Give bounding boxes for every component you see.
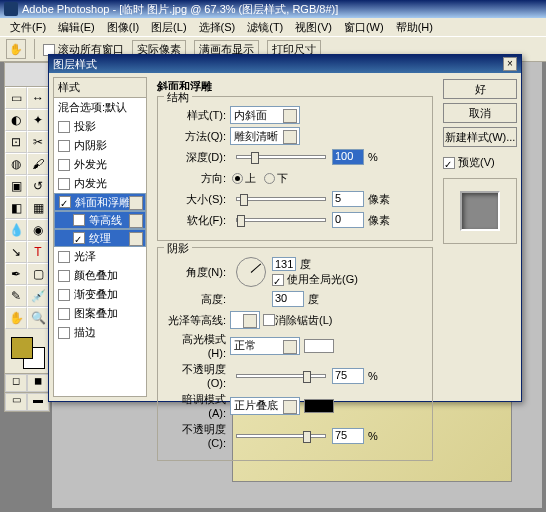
screen2[interactable]: ▬ bbox=[27, 393, 49, 411]
title-text: Adobe Photoshop - [临时 图片.jpg @ 67.3% (图层… bbox=[22, 2, 338, 17]
hand-tool-icon[interactable]: ✋ bbox=[6, 39, 26, 59]
pen-tool[interactable]: ✒ bbox=[5, 263, 27, 285]
move-tool[interactable]: ↔ bbox=[27, 87, 49, 109]
blur-tool[interactable]: 💧 bbox=[5, 219, 27, 241]
menu-window[interactable]: 窗口(W) bbox=[338, 18, 390, 36]
dodge-tool[interactable]: ◉ bbox=[27, 219, 49, 241]
style-select[interactable]: 内斜面 bbox=[230, 106, 300, 124]
heal-tool[interactable]: ◍ bbox=[5, 153, 27, 175]
sh-opacity-slider[interactable] bbox=[236, 434, 326, 438]
global-light-checkbox[interactable] bbox=[272, 274, 284, 286]
style-contour[interactable]: 等高线 bbox=[54, 211, 146, 229]
menu-layer[interactable]: 图层(L) bbox=[145, 18, 192, 36]
technique-select[interactable]: 雕刻清晰 bbox=[230, 127, 300, 145]
dir-down-radio[interactable] bbox=[264, 173, 275, 184]
preview-checkbox[interactable] bbox=[443, 157, 455, 169]
styles-header[interactable]: 样式 bbox=[54, 78, 146, 98]
wand-tool[interactable]: ✦ bbox=[27, 109, 49, 131]
toolbox: ▭↔ ◐✦ ⊡✂ ◍🖌 ▣↺ ◧▦ 💧◉ ↘T ✒▢ ✎💉 ✋🔍 ◻◼ ▭▬ bbox=[4, 62, 50, 412]
menu-select[interactable]: 选择(S) bbox=[193, 18, 242, 36]
std-mode[interactable]: ◻ bbox=[5, 374, 27, 392]
history-tool[interactable]: ↺ bbox=[27, 175, 49, 197]
menu-help[interactable]: 帮助(H) bbox=[390, 18, 439, 36]
hi-opacity-slider[interactable] bbox=[236, 374, 326, 378]
notes-tool[interactable]: ✎ bbox=[5, 285, 27, 307]
style-gradoverlay[interactable]: 渐变叠加 bbox=[54, 285, 146, 304]
highlight-color[interactable] bbox=[304, 339, 334, 353]
style-innershadow[interactable]: 内阴影 bbox=[54, 136, 146, 155]
hi-opacity-input[interactable]: 75 bbox=[332, 368, 364, 384]
gloss-contour[interactable] bbox=[230, 311, 260, 329]
altitude-input[interactable]: 30 bbox=[272, 291, 304, 307]
style-patoverlay[interactable]: 图案叠加 bbox=[54, 304, 146, 323]
blend-options[interactable]: 混合选项:默认 bbox=[54, 98, 146, 117]
style-texture[interactable]: 纹理 bbox=[54, 229, 146, 247]
eyedrop-tool[interactable]: 💉 bbox=[27, 285, 49, 307]
dialog-buttons: 好 取消 新建样式(W)... 预览(V) bbox=[439, 73, 521, 401]
preview-swatch bbox=[460, 191, 500, 231]
preview-box bbox=[443, 178, 517, 244]
sh-opacity-input[interactable]: 75 bbox=[332, 428, 364, 444]
shading-group: 阴影 角度(N):131度 使用全局光(G) 高度:30度 光泽等高线: 消除锯… bbox=[157, 247, 433, 461]
screen1[interactable]: ▭ bbox=[5, 393, 27, 411]
depth-slider[interactable] bbox=[236, 155, 326, 159]
size-slider[interactable] bbox=[236, 197, 326, 201]
brush-tool[interactable]: 🖌 bbox=[27, 153, 49, 175]
angle-input[interactable]: 131 bbox=[272, 257, 296, 271]
highlight-mode[interactable]: 正常 bbox=[230, 337, 300, 355]
styles-list: 样式 混合选项:默认 投影 内阴影 外发光 内发光 斜面和浮雕 等高线 纹理 光… bbox=[53, 77, 147, 397]
menubar: 文件(F) 编辑(E) 图像(I) 图层(L) 选择(S) 滤镜(T) 视图(V… bbox=[0, 18, 546, 36]
style-innerglow[interactable]: 内发光 bbox=[54, 174, 146, 193]
ok-button[interactable]: 好 bbox=[443, 79, 517, 99]
crop-tool[interactable]: ⊡ bbox=[5, 131, 27, 153]
angle-dial[interactable] bbox=[236, 257, 266, 287]
structure-group: 结构 样式(T):内斜面 方法(Q):雕刻清晰 深度(D):100% 方向:上 … bbox=[157, 96, 433, 241]
eraser-tool[interactable]: ◧ bbox=[5, 197, 27, 219]
color-swatch[interactable] bbox=[5, 333, 49, 373]
gradient-tool[interactable]: ▦ bbox=[27, 197, 49, 219]
path-tool[interactable]: ↘ bbox=[5, 241, 27, 263]
style-dropshadow[interactable]: 投影 bbox=[54, 117, 146, 136]
stamp-tool[interactable]: ▣ bbox=[5, 175, 27, 197]
layer-style-dialog: 图层样式 × 样式 混合选项:默认 投影 内阴影 外发光 内发光 斜面和浮雕 等… bbox=[48, 54, 522, 402]
soften-slider[interactable] bbox=[236, 218, 326, 222]
brush-preview bbox=[5, 63, 49, 87]
style-stroke[interactable]: 描边 bbox=[54, 323, 146, 342]
app-icon bbox=[4, 2, 18, 16]
slice-tool[interactable]: ✂ bbox=[27, 131, 49, 153]
shadow-color[interactable] bbox=[304, 399, 334, 413]
menu-file[interactable]: 文件(F) bbox=[4, 18, 52, 36]
hand-tool[interactable]: ✋ bbox=[5, 307, 27, 329]
close-icon[interactable]: × bbox=[503, 57, 517, 71]
style-outerglow[interactable]: 外发光 bbox=[54, 155, 146, 174]
style-bevel[interactable]: 斜面和浮雕 bbox=[54, 193, 146, 211]
style-coloroverlay[interactable]: 颜色叠加 bbox=[54, 266, 146, 285]
type-tool[interactable]: T bbox=[27, 241, 49, 263]
dialog-titlebar[interactable]: 图层样式 × bbox=[49, 55, 521, 73]
menu-image[interactable]: 图像(I) bbox=[101, 18, 145, 36]
style-satin[interactable]: 光泽 bbox=[54, 247, 146, 266]
depth-input[interactable]: 100 bbox=[332, 149, 364, 165]
menu-filter[interactable]: 滤镜(T) bbox=[241, 18, 289, 36]
antialias-checkbox[interactable] bbox=[263, 314, 275, 326]
app-titlebar: Adobe Photoshop - [临时 图片.jpg @ 67.3% (图层… bbox=[0, 0, 546, 18]
panel-title: 斜面和浮雕 bbox=[157, 79, 433, 94]
size-input[interactable]: 5 bbox=[332, 191, 364, 207]
cancel-button[interactable]: 取消 bbox=[443, 103, 517, 123]
bevel-panel: 斜面和浮雕 结构 样式(T):内斜面 方法(Q):雕刻清晰 深度(D):100%… bbox=[151, 73, 439, 401]
marquee-tool[interactable]: ▭ bbox=[5, 87, 27, 109]
new-style-button[interactable]: 新建样式(W)... bbox=[443, 127, 517, 147]
dir-up-radio[interactable] bbox=[232, 173, 243, 184]
menu-edit[interactable]: 编辑(E) bbox=[52, 18, 101, 36]
shape-tool[interactable]: ▢ bbox=[27, 263, 49, 285]
qmask-mode[interactable]: ◼ bbox=[27, 374, 49, 392]
lasso-tool[interactable]: ◐ bbox=[5, 109, 27, 131]
menu-view[interactable]: 视图(V) bbox=[289, 18, 338, 36]
zoom-tool[interactable]: 🔍 bbox=[27, 307, 49, 329]
soften-input[interactable]: 0 bbox=[332, 212, 364, 228]
dialog-title: 图层样式 bbox=[53, 57, 97, 72]
shadow-mode[interactable]: 正片叠底 bbox=[230, 397, 300, 415]
